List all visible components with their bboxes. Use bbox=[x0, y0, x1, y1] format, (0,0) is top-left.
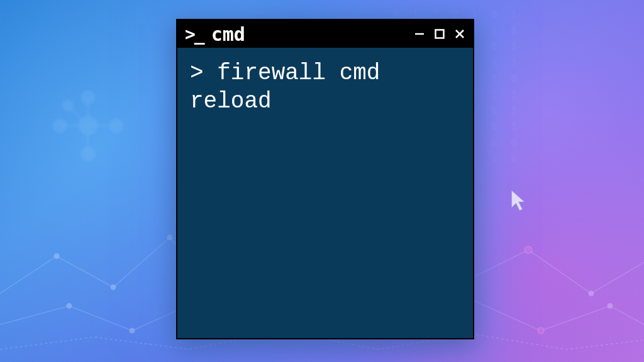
titlebar[interactable]: >_ cmd bbox=[177, 20, 473, 48]
svg-point-18 bbox=[589, 291, 594, 296]
svg-point-12 bbox=[111, 285, 116, 290]
svg-point-21 bbox=[538, 328, 544, 334]
maximize-button[interactable] bbox=[433, 27, 447, 41]
svg-point-19 bbox=[67, 304, 72, 309]
minimize-button[interactable] bbox=[413, 27, 426, 41]
prompt-symbol: > bbox=[190, 60, 217, 86]
terminal-body[interactable]: > firewall cmd reload bbox=[177, 48, 473, 127]
svg-point-23 bbox=[130, 329, 135, 334]
svg-line-10 bbox=[68, 106, 88, 126]
terminal-window[interactable]: >_ cmd > firewall cmd reload bbox=[176, 19, 474, 339]
close-icon bbox=[454, 28, 465, 40]
svg-rect-25 bbox=[436, 30, 444, 38]
window-title: cmd bbox=[211, 23, 413, 45]
molecule-decor bbox=[50, 88, 126, 163]
terminal-icon: >_ bbox=[185, 24, 204, 45]
cursor-pointer-decor bbox=[510, 189, 528, 212]
window-controls bbox=[413, 27, 467, 41]
svg-point-22 bbox=[608, 304, 613, 309]
minimize-icon bbox=[414, 28, 425, 40]
svg-point-13 bbox=[167, 235, 172, 240]
svg-point-11 bbox=[54, 254, 59, 259]
svg-point-17 bbox=[525, 246, 532, 254]
command-text: firewall cmd reload bbox=[190, 60, 380, 114]
maximize-icon bbox=[434, 28, 445, 40]
close-button[interactable] bbox=[453, 27, 467, 41]
